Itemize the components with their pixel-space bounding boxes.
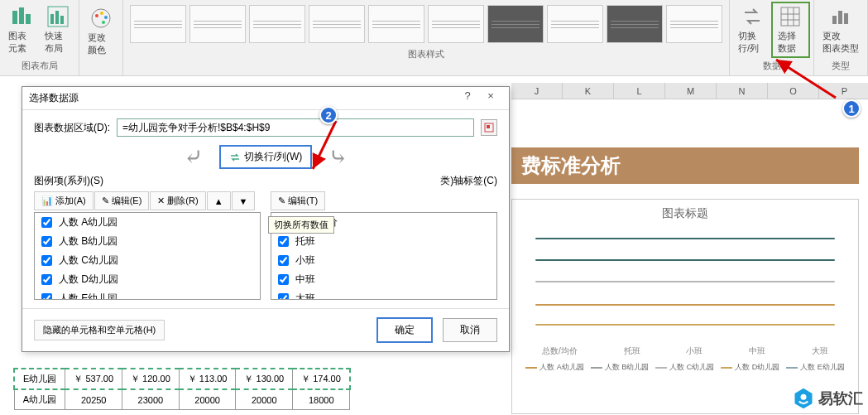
ribbon-group-layout: 图表元素 快速布局 图表布局 — [0, 0, 79, 75]
ok-button[interactable]: 确定 — [376, 317, 433, 343]
list-item[interactable]: 中班 — [271, 270, 496, 289]
list-item[interactable]: 人数 E幼儿园 — [35, 289, 260, 300]
close-button[interactable]: × — [479, 89, 502, 108]
ribbon: 图表元素 快速布局 图表布局 更改颜色 — [0, 0, 868, 76]
switch-rowcol-button[interactable]: 切换行/列 — [733, 2, 771, 58]
data-table[interactable]: E幼儿园 ￥ 537.00 ￥ 120.00 ￥ 113.00 ￥ 130.00… — [13, 368, 351, 410]
add-series-button[interactable]: 📊 添加(A) — [34, 191, 94, 210]
axis-checkbox[interactable] — [278, 236, 289, 247]
change-color-button[interactable]: 更改颜色 — [83, 2, 119, 60]
svg-rect-18 — [838, 11, 842, 24]
change-chart-type-button[interactable]: 更改 图表类型 — [818, 2, 864, 58]
svg-rect-1 — [19, 7, 24, 24]
col-header[interactable]: N — [717, 83, 768, 99]
range-selector-button[interactable] — [481, 119, 497, 136]
watermark-text: 易软汇 — [818, 388, 863, 408]
style-thumb[interactable] — [368, 5, 424, 43]
svg-rect-0 — [12, 11, 17, 24]
list-item[interactable]: 大班 — [271, 289, 496, 300]
col-header[interactable]: K — [563, 83, 614, 99]
ribbon-group-styles: 图表样式 — [123, 0, 730, 75]
chart-data-range-input[interactable] — [117, 118, 474, 137]
svg-point-10 — [104, 16, 108, 19]
annotation-badge-2: 2 — [319, 106, 338, 124]
edit-axis-button[interactable]: ✎ 编辑(T) — [271, 191, 325, 210]
arrow-right-icon: ⤷ — [328, 143, 348, 171]
banner-text: 费标准分析 — [521, 152, 621, 179]
style-thumb[interactable] — [309, 5, 365, 43]
move-down-button[interactable]: ▼ — [232, 191, 256, 210]
btn-label: 切换行/列 — [738, 30, 766, 55]
axis-checkbox[interactable] — [278, 255, 289, 266]
list-item[interactable]: 人数 D幼儿园 — [35, 270, 260, 289]
style-thumb[interactable] — [130, 5, 186, 43]
tooltip: 切换所有数值 — [268, 216, 334, 234]
group-label: 图表样式 — [408, 46, 444, 62]
col-header[interactable]: J — [511, 83, 563, 99]
svg-rect-19 — [844, 13, 848, 24]
add-chart-element-button[interactable]: 图表元素 — [3, 2, 40, 58]
ribbon-group-color: 更改颜色 — [79, 0, 123, 75]
col-header[interactable]: M — [665, 83, 717, 99]
quick-layout-icon — [46, 5, 70, 28]
axis-checkbox[interactable] — [278, 293, 289, 300]
sheet-title-banner: 费标准分析 — [511, 147, 859, 184]
dialog-titlebar[interactable]: 选择数据源 ? × — [22, 87, 509, 110]
svg-rect-5 — [55, 11, 59, 24]
move-up-button[interactable]: ▲ — [207, 191, 231, 210]
svg-rect-4 — [50, 14, 54, 24]
quick-layout-button[interactable]: 快速布局 — [40, 2, 76, 58]
style-thumb[interactable] — [666, 5, 722, 43]
embedded-chart[interactable]: 图表标题 总数/均价 托班 小班 中班 大班 人数 A幼儿园 人数 B幼儿园 人… — [511, 199, 859, 414]
remove-series-button[interactable]: ✕ 删除(R) — [150, 191, 205, 210]
series-checkbox[interactable] — [41, 255, 52, 266]
col-header[interactable]: L — [614, 83, 665, 99]
select-data-icon — [779, 5, 802, 28]
plot-area[interactable] — [519, 226, 851, 342]
list-item[interactable]: 人数 A幼儿园 — [35, 213, 260, 232]
svg-point-24 — [801, 394, 807, 400]
style-thumb[interactable] — [249, 5, 305, 43]
style-thumb[interactable] — [487, 5, 544, 43]
chart-title[interactable]: 图表标题 — [519, 206, 851, 221]
svg-rect-6 — [60, 16, 64, 24]
table-row[interactable]: E幼儿园 ￥ 537.00 ￥ 120.00 ￥ 113.00 ￥ 130.00… — [14, 369, 350, 389]
series-checkbox[interactable] — [41, 274, 52, 285]
svg-point-8 — [95, 14, 98, 17]
list-item[interactable]: 人数 B幼儿园 — [35, 232, 260, 251]
style-thumb[interactable] — [547, 5, 603, 43]
svg-rect-17 — [832, 16, 837, 24]
svg-rect-2 — [26, 14, 31, 24]
select-data-button[interactable]: 选择数据 — [771, 2, 810, 58]
group-label: 数据 — [763, 58, 781, 74]
switch-rowcol-dialog-button[interactable]: 切换行/列(W) — [219, 145, 313, 169]
col-header[interactable]: O — [768, 83, 819, 99]
cancel-button[interactable]: 取消 — [443, 318, 497, 342]
list-item[interactable]: 托班 — [271, 232, 496, 251]
series-checkbox[interactable] — [41, 217, 52, 228]
series-checkbox[interactable] — [41, 293, 52, 300]
category-axis: 总数/均价 托班 小班 中班 大班 — [519, 345, 851, 357]
axis-checkbox[interactable] — [278, 274, 289, 285]
list-item[interactable]: 小班 — [271, 251, 496, 270]
edit-series-button[interactable]: ✎ 编辑(E) — [94, 191, 150, 210]
arrow-left-icon: ⤶ — [184, 143, 203, 171]
chart-styles-gallery[interactable] — [127, 2, 726, 46]
svg-point-9 — [100, 12, 103, 15]
series-checkbox[interactable] — [41, 236, 52, 247]
table-row[interactable]: A幼儿园 20250 23000 20000 20000 18000 — [14, 389, 350, 410]
switch-icon — [229, 152, 241, 163]
palette-icon — [89, 7, 113, 30]
watermark: 易软汇 — [792, 387, 863, 410]
hidden-cells-button[interactable]: 隐藏的单元格和空单元格(H) — [34, 320, 165, 340]
style-thumb[interactable] — [189, 5, 246, 43]
col-header[interactable]: P — [819, 83, 868, 99]
list-item[interactable]: 人数 C幼儿园 — [35, 251, 260, 270]
series-listbox[interactable]: 人数 A幼儿园 人数 B幼儿园 人数 C幼儿园 人数 D幼儿园 人数 E幼儿园 — [34, 212, 261, 300]
style-thumb[interactable] — [428, 5, 484, 43]
style-thumb[interactable] — [607, 5, 663, 43]
chart-legend[interactable]: 人数 A幼儿园 人数 B幼儿园 人数 C幼儿园 人数 D幼儿园 人数 E幼儿园 — [519, 362, 851, 373]
group-label: 图表布局 — [22, 58, 58, 74]
help-button[interactable]: ? — [456, 89, 479, 108]
watermark-icon — [792, 387, 815, 410]
